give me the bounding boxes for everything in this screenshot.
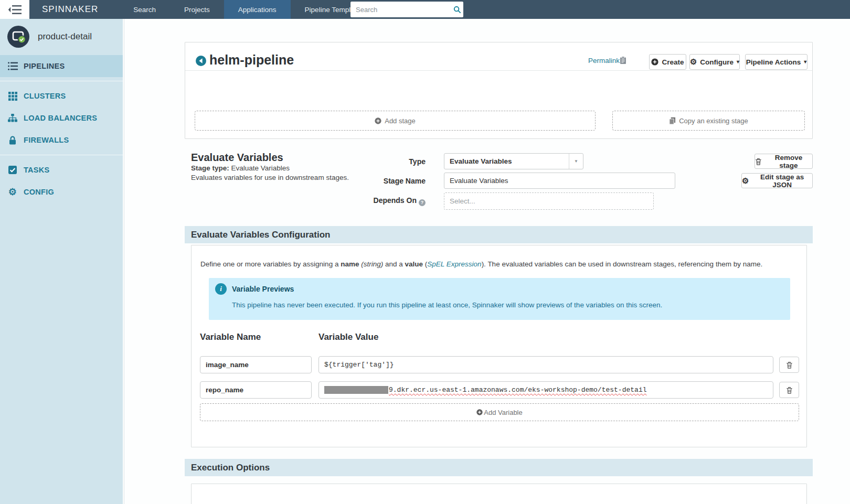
sidebar-item-pipelines[interactable]: PIPELINES (0, 55, 123, 77)
back-button[interactable] (196, 56, 206, 66)
pipeline-graph: Configuration Evaluate Variables (185, 71, 812, 110)
add-stage-label: Add stage (385, 117, 416, 125)
stage-type-value: Evaluate Variables (229, 164, 290, 172)
sidebar-item-config[interactable]: ⚙ CONFIG (0, 181, 123, 203)
config-section-title: Evaluate Variables Configuration (191, 230, 330, 240)
add-stage-button[interactable]: Add stage (195, 111, 596, 131)
execution-options-header: Execution Options (185, 459, 813, 476)
variable-previews-title: Variable Previews (232, 285, 294, 293)
help-question-icon[interactable]: ? (419, 199, 426, 206)
configure-button[interactable]: ⚙ Configure ▾ (689, 54, 740, 70)
trash-icon (786, 387, 793, 394)
stage-type-select[interactable]: Evaluate Variables ▼ (444, 153, 583, 169)
column-header-variable-value: Variable Value (318, 332, 378, 342)
delete-variable-button[interactable] (779, 357, 799, 373)
sidebar-item-label: CONFIG (24, 188, 54, 196)
pipeline-title: helm-pipeline (209, 52, 294, 68)
remove-stage-button[interactable]: Remove stage (755, 154, 813, 169)
hamburger-icon (8, 5, 22, 15)
trash-icon (786, 361, 793, 369)
stage-type-line: Stage type: Evaluate Variables (191, 164, 290, 172)
sidebar-border (124, 19, 124, 504)
top-navbar: SPINNAKER Search Projects Applications P… (0, 0, 850, 19)
edit-stage-json-label: Edit stage as JSON (752, 173, 812, 189)
execution-options-title: Execution Options (191, 463, 270, 473)
search-icon[interactable] (451, 6, 463, 14)
info-circle-icon: i (215, 283, 227, 295)
remove-stage-label: Remove stage (765, 154, 812, 169)
plus-circle-icon (476, 409, 483, 415)
application-icon (7, 26, 29, 48)
select-caret-icon: ▼ (569, 154, 583, 169)
sidebar-item-label: LOAD BALANCERS (24, 114, 97, 122)
lock-icon (7, 136, 18, 145)
redacted-account-id (324, 386, 388, 394)
repo-url-text: 9.dkr.ecr.us-east-1.amazonaws.com/eks-wo… (389, 386, 646, 394)
chevron-down-icon: ▾ (737, 59, 739, 65)
sidebar-item-firewalls[interactable]: FIREWALLS (0, 129, 123, 151)
type-label: Type (365, 157, 426, 166)
copy-existing-stage-button[interactable]: Copy an existing stage (612, 111, 805, 131)
sidebar-divider (0, 81, 123, 81)
execution-options-card (191, 484, 807, 504)
sidebar-item-label: CLUSTERS (24, 92, 66, 100)
stage-description: Evaluates variables for use in downstrea… (191, 174, 349, 181)
sidebar-item-label: PIPELINES (24, 62, 65, 70)
variable-name-input[interactable] (200, 381, 312, 399)
variable-value-input[interactable] (318, 356, 773, 373)
app-sidebar: product-detail PIPELINES CLUSTERS LOAD B… (0, 19, 123, 504)
variable-value-input[interactable]: 9.dkr.ecr.us-east-1.amazonaws.com/eks-wo… (318, 381, 773, 399)
nav-item-search[interactable]: Search (119, 0, 170, 19)
create-button[interactable]: Create (649, 54, 686, 70)
config-section-card: Define one or more variables by assignin… (191, 245, 807, 447)
gear-icon: ⚙ (7, 187, 18, 197)
main-nav: Search Projects Applications Pipeline Te… (119, 0, 378, 19)
depends-on-select[interactable]: Select... (444, 192, 654, 210)
nav-item-projects[interactable]: Projects (170, 0, 224, 19)
config-section-header: Evaluate Variables Configuration (185, 226, 813, 243)
plus-circle-icon (651, 58, 658, 66)
delete-variable-button[interactable] (779, 382, 799, 398)
spinnaker-app: SPINNAKER Search Projects Applications P… (0, 0, 850, 504)
pipeline-header-card: helm-pipeline Permalink Create ⚙ Configu… (185, 42, 813, 139)
application-name: product-detail (38, 31, 92, 42)
trash-icon (755, 158, 762, 165)
stage-name-input[interactable] (444, 173, 675, 189)
pipeline-actions-button[interactable]: Pipeline Actions ▾ (745, 54, 808, 70)
pipeline-title-row: helm-pipeline Permalink Create ⚙ Configu… (185, 48, 812, 70)
stage-type-label: Stage type: (191, 164, 229, 172)
add-variable-label: Add Variable (484, 409, 522, 416)
pipeline-actions-label: Pipeline Actions (746, 58, 801, 66)
back-arrow-icon (196, 56, 206, 66)
sitemap-icon (7, 114, 18, 122)
nav-item-applications[interactable]: Applications (224, 0, 291, 19)
application-header: product-detail (0, 19, 123, 55)
add-variable-button[interactable]: Add Variable (200, 403, 799, 421)
global-search-input[interactable] (350, 6, 451, 14)
sidebar-item-tasks[interactable]: TASKS (0, 159, 123, 181)
depends-on-placeholder: Select... (450, 197, 475, 205)
sidebar-item-clusters[interactable]: CLUSTERS (0, 85, 123, 107)
stage-editor-title: Evaluate Variables (191, 152, 283, 164)
copy-icon (669, 117, 676, 125)
config-description: Define one or more variables by assignin… (200, 260, 793, 268)
gear-icon: ⚙ (742, 176, 749, 186)
variable-previews-body: This pipeline has never been executed. I… (232, 301, 662, 309)
spel-expression-link[interactable]: SpEL Expression (427, 260, 481, 268)
permalink-link[interactable]: Permalink (588, 57, 620, 65)
variable-name-input[interactable] (200, 356, 312, 373)
gear-icon: ⚙ (690, 57, 697, 67)
sidebar-item-label: TASKS (24, 166, 50, 174)
configure-label: Configure (700, 58, 734, 66)
sidebar-item-label: FIREWALLS (24, 136, 69, 144)
menu-toggle-button[interactable] (0, 0, 29, 19)
edit-stage-json-button[interactable]: ⚙ Edit stage as JSON (741, 173, 813, 188)
sidebar-item-load-balancers[interactable]: LOAD BALANCERS (0, 107, 123, 129)
spinnaker-logo[interactable]: SPINNAKER (29, 0, 119, 19)
clipboard-icon[interactable] (620, 56, 627, 65)
depends-on-label: Depends On? (353, 196, 426, 206)
plus-circle-icon (375, 117, 381, 124)
pipelines-list-icon (7, 62, 18, 70)
stage-type-select-value: Evaluate Variables (444, 157, 569, 165)
checkbox-check-icon (7, 166, 18, 174)
